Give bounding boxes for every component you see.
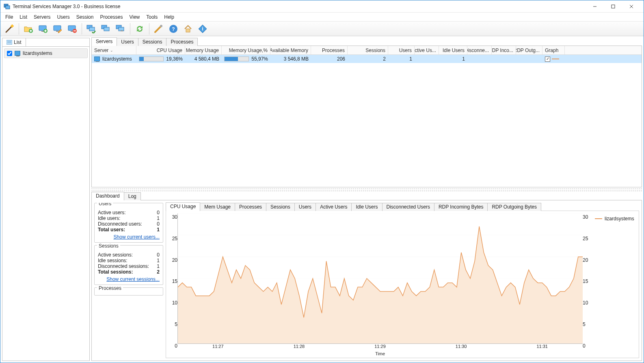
svg-rect-18	[89, 27, 95, 31]
titlebar: Terminal Services Manager 3.0 - Business…	[0, 0, 644, 13]
table-row[interactable]: lizardsystems19,36%4 580,4 MB55,97%3 546…	[92, 55, 642, 63]
wizard-icon[interactable]	[3, 22, 16, 35]
lower-tabs: DashboardLog	[91, 192, 642, 200]
sessions-group: Sessions Active sessions:0Idle sessions:…	[94, 245, 163, 285]
show-users-link[interactable]: Show current users...	[98, 234, 160, 240]
server-tree-item[interactable]: lizardsystems	[4, 48, 88, 58]
col-mem[interactable]: Memory Usage	[185, 46, 222, 54]
chart-tab-idle-users[interactable]: Idle Users	[351, 203, 382, 211]
monitors-check-icon[interactable]	[85, 22, 98, 35]
y-axis-right: 302520151050	[583, 213, 592, 356]
monitor-remove-icon[interactable]	[66, 22, 79, 35]
chart-tab-rdp-incoming-bytes[interactable]: RDP Incoming Bytes	[434, 203, 488, 211]
monitor-icon	[15, 51, 20, 56]
chart-tab-processes[interactable]: Processes	[235, 203, 266, 211]
tab-sessions[interactable]: Sessions	[138, 38, 167, 46]
x-axis-label: Time	[375, 351, 385, 356]
home-icon[interactable]	[182, 22, 194, 35]
maximize-button[interactable]	[604, 1, 622, 12]
folder-add-icon[interactable]	[22, 22, 35, 35]
lower-tab-dashboard[interactable]: Dashboard	[91, 192, 124, 200]
close-button[interactable]	[622, 1, 640, 12]
col-proc[interactable]: Processes	[311, 46, 348, 54]
monitors-alt-icon[interactable]	[114, 22, 127, 35]
stats-column: Users Active users:0Idle users:1Disconne…	[94, 203, 163, 358]
svg-rect-12	[54, 26, 61, 30]
col-cpu[interactable]: CPU Usage	[136, 46, 185, 54]
tab-processes[interactable]: Processes	[166, 38, 198, 46]
refresh-icon[interactable]	[133, 22, 146, 35]
svg-rect-3	[612, 5, 615, 8]
server-tree-label: lizardsystems	[23, 50, 52, 56]
svg-rect-22	[119, 27, 124, 31]
users-group-title: Users	[97, 203, 113, 206]
menu-tools[interactable]: Tools	[143, 13, 161, 21]
server-grid: Server⌄CPU UsageMemory UsageMemory Usage…	[91, 46, 642, 187]
menu-processes[interactable]: Processes	[97, 13, 126, 21]
lower-pane: DashboardLog Users Active users:0Idle us…	[91, 192, 642, 361]
svg-rect-1	[6, 6, 10, 9]
svg-rect-20	[104, 27, 109, 31]
svg-text:i: i	[202, 26, 203, 32]
monitor-add-icon[interactable]	[37, 22, 50, 35]
tab-servers[interactable]: Servers	[91, 37, 117, 46]
chart-tab-active-users[interactable]: Active Users	[316, 203, 352, 211]
chart-tab-sessions[interactable]: Sessions	[266, 203, 295, 211]
info-icon[interactable]: i	[196, 22, 209, 35]
users-group: Users Active users:0Idle users:1Disconne…	[94, 203, 163, 243]
chart-tab-rdp-outgoing-bytes[interactable]: RDP Outgoing Bytes	[487, 203, 541, 211]
menu-users[interactable]: Users	[54, 13, 73, 21]
col-server[interactable]: Server⌄	[92, 46, 136, 54]
left-panel: List lizardsystems	[2, 38, 90, 361]
minimize-button[interactable]	[586, 1, 604, 12]
server-checkbox[interactable]	[7, 51, 12, 56]
window-title: Terminal Services Manager 3.0 - Business…	[13, 4, 586, 9]
legend-label: lizardsystems	[605, 216, 634, 222]
vertical-splitter[interactable]	[91, 189, 642, 191]
menu-servers[interactable]: Servers	[30, 13, 54, 21]
help-icon[interactable]: ?	[167, 22, 180, 35]
chart-plot[interactable]	[177, 213, 583, 344]
tab-users[interactable]: Users	[117, 38, 138, 46]
chart-tab-cpu-usage[interactable]: CPU Usage	[166, 202, 200, 211]
chart-legend: lizardsystems	[592, 213, 637, 356]
monitors-icon[interactable]	[99, 22, 112, 35]
col-avail[interactable]: Available Memory	[270, 46, 311, 54]
left-tab-list[interactable]: List	[2, 38, 26, 46]
chart-tab-users[interactable]: Users	[294, 203, 316, 211]
menu-file[interactable]: File	[2, 13, 16, 21]
col-users[interactable]: Users	[388, 46, 415, 54]
settings-icon[interactable]	[152, 22, 165, 35]
svg-rect-13	[56, 31, 58, 32]
svg-rect-29	[6, 40, 12, 44]
col-rin[interactable]: RDP Inco...	[492, 46, 516, 54]
svg-line-6	[6, 26, 12, 32]
upper-tabs: ServersUsersSessionsProcesses	[91, 37, 642, 46]
show-sessions-link[interactable]: Show current sessions...	[98, 276, 160, 282]
svg-rect-23	[121, 30, 123, 31]
col-graph[interactable]: Graph	[542, 46, 565, 54]
right-panel: ServersUsersSessionsProcesses Server⌄CPU…	[91, 38, 642, 361]
chart-body: 302520151050 11:2711:2811:2911:3011:31Ti…	[166, 211, 639, 358]
col-du[interactable]: Disconne...	[467, 46, 492, 54]
col-rout[interactable]: RDP Outg...	[516, 46, 542, 54]
chart-column: CPU UsageMem UsageProcessesSessionsUsers…	[166, 203, 639, 358]
menu-list[interactable]: List	[16, 13, 30, 21]
chart-tabs: CPU UsageMem UsageProcessesSessionsUsers…	[166, 202, 639, 211]
col-au[interactable]: Active Us...	[415, 46, 439, 54]
svg-rect-27	[186, 29, 190, 32]
col-sess[interactable]: Sessions	[348, 46, 388, 54]
menu-help[interactable]: Help	[161, 13, 177, 21]
chart-tab-mem-usage[interactable]: Mem Usage	[200, 203, 235, 211]
chart-tab-disconnected-users[interactable]: Disconnected Users	[382, 203, 434, 211]
monitor-edit-icon[interactable]	[51, 22, 64, 35]
upper-pane: ServersUsersSessionsProcesses Server⌄CPU…	[91, 38, 642, 187]
legend-swatch	[595, 218, 602, 219]
menu-view[interactable]: View	[126, 13, 143, 21]
col-mempct[interactable]: Memory Usage,%	[222, 46, 270, 54]
col-iu[interactable]: Idle Users	[439, 46, 467, 54]
lower-tab-log[interactable]: Log	[124, 192, 141, 200]
processes-group: Processes	[94, 287, 163, 296]
menu-session[interactable]: Session	[73, 13, 97, 21]
y-axis-left: 302520151050	[168, 213, 177, 356]
